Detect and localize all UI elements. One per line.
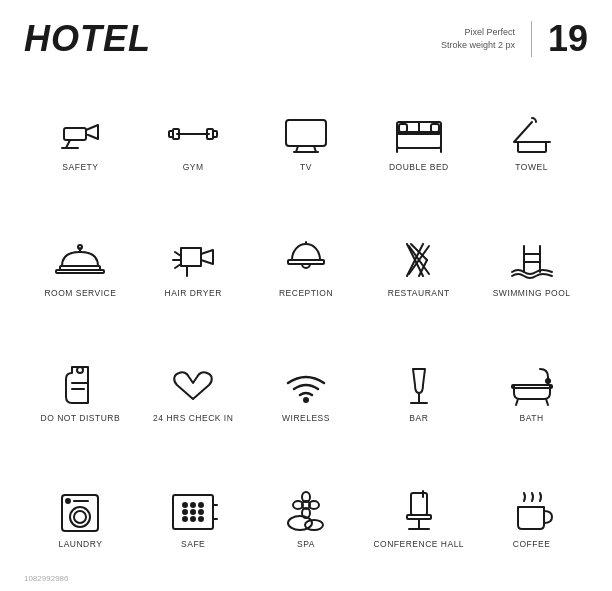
icon-hair-dryer: HAIR DRYER: [137, 204, 250, 330]
svg-point-41: [77, 367, 83, 373]
number-badge: 19: [548, 18, 588, 60]
icon-gym: GYM: [137, 78, 250, 204]
restaurant-icon: [391, 238, 447, 282]
24hrs-checkin-label: 24 HRS CHECK IN: [153, 413, 233, 423]
wireless-icon: [278, 363, 334, 407]
double-bed-label: DOUBLE BED: [389, 162, 449, 172]
svg-point-66: [199, 517, 203, 521]
svg-rect-0: [64, 128, 86, 140]
coffee-icon: [504, 489, 560, 533]
svg-point-64: [183, 517, 187, 521]
spa-label: SPA: [297, 539, 315, 549]
svg-point-63: [199, 510, 203, 514]
svg-rect-24: [56, 270, 104, 273]
svg-line-49: [516, 399, 518, 405]
icon-24hrs: 24 24 HRS CHECK IN: [137, 330, 250, 456]
icon-bath: BATH: [475, 330, 588, 456]
svg-point-45: [304, 398, 308, 402]
bar-label: BAR: [409, 413, 428, 423]
room-service-label: ROOM SERVICE: [44, 288, 116, 298]
svg-point-61: [183, 510, 187, 514]
coffee-label: COFFEE: [513, 539, 550, 549]
safety-label: SAFETY: [62, 162, 98, 172]
svg-point-60: [199, 503, 203, 507]
icon-spa: SPA: [250, 455, 363, 581]
svg-point-55: [66, 499, 70, 503]
icon-coffee: COFFEE: [475, 455, 588, 581]
page: HOTEL Pixel Perfect Stroke weight 2 px 1…: [0, 0, 612, 591]
gym-icon: [165, 112, 221, 156]
svg-line-50: [546, 399, 548, 405]
conference-hall-icon: [391, 489, 447, 533]
towel-icon: [504, 112, 560, 156]
spa-icon: [278, 489, 334, 533]
icon-swimming-pool: SWIMMING POOL: [475, 204, 588, 330]
bath-icon: [504, 363, 560, 407]
icon-room-service: ROOM SERVICE: [24, 204, 137, 330]
header: HOTEL Pixel Perfect Stroke weight 2 px 1…: [24, 18, 588, 60]
do-not-disturb-label: DO NOT DISTURB: [41, 413, 121, 423]
svg-marker-1: [86, 125, 98, 139]
svg-point-54: [74, 511, 86, 523]
swimming-pool-label: SWIMMING POOL: [493, 288, 571, 298]
safety-icon: [52, 112, 108, 156]
svg-point-70: [305, 520, 323, 530]
safe-label: SAFE: [181, 539, 205, 549]
conference-hall-label: CONFERENCE HALL: [373, 539, 464, 549]
reception-icon: [278, 238, 334, 282]
svg-rect-29: [288, 260, 324, 264]
icon-safe: SAFE: [137, 455, 250, 581]
svg-rect-48: [512, 385, 552, 388]
icon-bar: BAR: [362, 330, 475, 456]
swimming-pool-icon: [504, 238, 560, 282]
laundry-icon: [52, 489, 108, 533]
icon-reception: RECEPTION: [250, 204, 363, 330]
svg-rect-20: [518, 142, 546, 152]
icons-grid: SAFETY GYM: [24, 78, 588, 581]
icon-conference-hall: CONFERENCE HALL: [362, 455, 475, 581]
svg-rect-9: [286, 120, 326, 146]
wireless-label: WIRELESS: [282, 413, 330, 423]
tv-icon: [278, 112, 334, 156]
svg-rect-76: [411, 493, 427, 515]
watermark: 1082992986: [24, 574, 69, 583]
icon-tv: TV: [250, 78, 363, 204]
svg-point-65: [191, 517, 195, 521]
restaurant-label: RESTAURANT: [388, 288, 450, 298]
pixel-perfect-text: Pixel Perfect Stroke weight 2 px: [441, 26, 515, 53]
icon-wireless: WIRELESS: [250, 330, 363, 456]
icon-restaurant: RESTAURANT: [362, 204, 475, 330]
double-bed-icon: [391, 112, 447, 156]
header-right: Pixel Perfect Stroke weight 2 px 19: [441, 18, 588, 60]
svg-point-62: [191, 510, 195, 514]
icon-safety: SAFETY: [24, 78, 137, 204]
svg-line-2: [66, 140, 70, 148]
bar-icon: [391, 363, 447, 407]
24hrs-checkin-icon: 24: [165, 363, 221, 407]
svg-rect-16: [399, 124, 407, 132]
safe-icon: [165, 489, 221, 533]
icon-towel: TOWEL: [475, 78, 588, 204]
reception-label: RECEPTION: [279, 288, 333, 298]
svg-rect-6: [169, 131, 173, 137]
towel-label: TOWEL: [515, 162, 548, 172]
svg-rect-8: [213, 131, 217, 137]
laundry-label: LAUNDRY: [58, 539, 102, 549]
svg-text:24: 24: [187, 382, 196, 391]
svg-point-59: [191, 503, 195, 507]
svg-point-58: [183, 503, 187, 507]
page-title: HOTEL: [24, 18, 151, 60]
icon-do-not-disturb: DO NOT DISTURB: [24, 330, 137, 456]
icon-double-bed: DOUBLE BED: [362, 78, 475, 204]
gym-label: GYM: [183, 162, 204, 172]
room-service-icon: [52, 238, 108, 282]
do-not-disturb-icon: [52, 363, 108, 407]
hair-dryer-label: HAIR DRYER: [165, 288, 222, 298]
bath-label: BATH: [520, 413, 544, 423]
svg-rect-17: [431, 124, 439, 132]
tv-label: TV: [300, 162, 312, 172]
header-divider: [531, 21, 532, 57]
hair-dryer-icon: [165, 238, 221, 282]
icon-laundry: LAUNDRY: [24, 455, 137, 581]
